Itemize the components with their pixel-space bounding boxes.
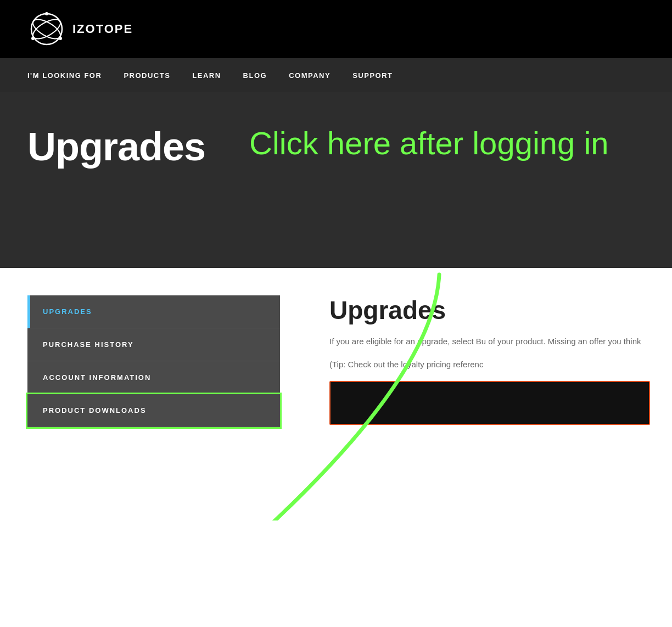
- svg-point-5: [59, 37, 62, 40]
- sidebar-item-product-downloads[interactable]: PRODUCT DOWNLOADS: [27, 394, 280, 427]
- nav-item-blog[interactable]: BLOG: [243, 60, 267, 91]
- right-content: Upgrades If you are eligible for an upgr…: [307, 268, 672, 520]
- hero-section: Upgrades Click here after logging in: [0, 92, 672, 268]
- sidebar: UPGRADES PURCHASE HISTORY ACCOUNT INFORM…: [0, 268, 307, 520]
- hero-title: Upgrades: [27, 125, 205, 169]
- nav-item-products[interactable]: PRODUCTS: [124, 60, 170, 91]
- logo-text: iZOTOPE: [72, 22, 133, 36]
- content-description-2: (Tip: Check out the loyalty pricing refe…: [329, 358, 650, 371]
- page-wrapper: iZOTOPE I'M LOOKING FOR PRODUCTS LEARN B…: [0, 0, 672, 520]
- content-title: Upgrades: [329, 295, 650, 325]
- nav-item-looking-for[interactable]: I'M LOOKING FOR: [27, 60, 102, 91]
- hero-annotation: Click here after logging in: [249, 125, 645, 162]
- sidebar-item-purchase-history[interactable]: PURCHASE HISTORY: [27, 328, 280, 361]
- header-bar: iZOTOPE: [0, 0, 672, 58]
- nav-bar: I'M LOOKING FOR PRODUCTS LEARN BLOG COMP…: [0, 58, 672, 92]
- nav-item-support[interactable]: SUPPORT: [352, 60, 393, 91]
- main-content: UPGRADES PURCHASE HISTORY ACCOUNT INFORM…: [0, 268, 672, 520]
- sidebar-item-account-information[interactable]: ACCOUNT INFORMATION: [27, 361, 280, 394]
- black-box-preview: [329, 381, 650, 425]
- izotope-logo-icon: [27, 10, 66, 48]
- nav-item-company[interactable]: COMPANY: [289, 60, 331, 91]
- nav-item-learn[interactable]: LEARN: [192, 60, 221, 91]
- svg-point-4: [31, 37, 35, 40]
- logo-container[interactable]: iZOTOPE: [27, 10, 133, 48]
- sidebar-item-upgrades[interactable]: UPGRADES: [27, 295, 280, 328]
- svg-point-3: [45, 12, 48, 15]
- content-description-1: If you are eligible for an upgrade, sele…: [329, 335, 650, 348]
